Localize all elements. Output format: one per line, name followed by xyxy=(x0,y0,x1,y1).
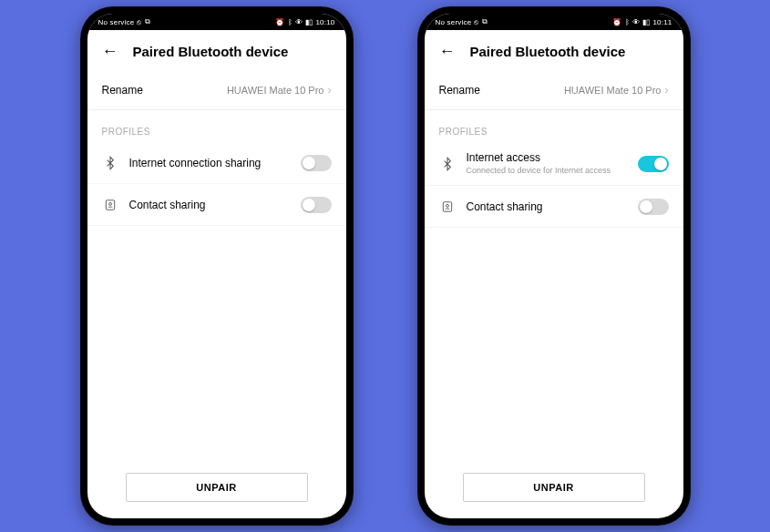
screen: No service ⎋ ⧉ ⏰ ᛒ 👁 ▮▯ 10:10 ← Paired B… xyxy=(87,14,346,518)
profile-title: Contact sharing xyxy=(467,200,627,213)
chevron-right-icon: › xyxy=(328,84,332,97)
status-alarm-icon: ⏰ xyxy=(275,18,284,26)
back-icon[interactable]: ← xyxy=(102,43,118,59)
status-eye-icon: 👁 xyxy=(295,18,303,26)
section-header: PROFILES xyxy=(87,110,346,142)
profile-row-internet-sharing[interactable]: Internet connection sharing xyxy=(87,142,346,184)
profile-title: Internet connection sharing xyxy=(129,157,290,169)
chevron-right-icon: › xyxy=(665,84,669,97)
profile-title: Internet access xyxy=(467,151,627,164)
toggle-contact-sharing[interactable] xyxy=(638,199,669,215)
profile-subtitle: Connected to device for Internet access xyxy=(467,166,612,176)
status-eye-icon: 👁 xyxy=(632,18,640,26)
content-spacer xyxy=(425,228,683,462)
svg-point-3 xyxy=(446,204,448,207)
status-bluetooth-icon: ᛒ xyxy=(625,18,630,26)
header: ← Paired Bluetooth device xyxy=(87,30,346,70)
toggle-contact-sharing[interactable] xyxy=(301,197,332,213)
content-spacer xyxy=(87,226,346,462)
status-battery-icon: ▮▯ xyxy=(642,18,650,26)
svg-point-1 xyxy=(108,202,111,205)
rename-value: HUAWEI Mate 10 Pro xyxy=(227,85,324,96)
phone-frame: No service ⎋ ⧉ ⏰ ᛒ 👁 ▮▯ 10:10 ← Paired B… xyxy=(80,6,354,526)
page-title: Paired Bluetooth device xyxy=(470,44,626,59)
status-bar: No service ⎋ ⧉ ⏰ ᛒ 👁 ▮▯ 10:11 xyxy=(425,14,683,30)
profile-row-internet-access[interactable]: Internet access Connected to device for … xyxy=(425,142,683,186)
status-service-text: No service xyxy=(436,18,472,26)
status-nfc-icon: ⎋ xyxy=(137,18,141,26)
screen: No service ⎋ ⧉ ⏰ ᛒ 👁 ▮▯ 10:11 ← Paired B… xyxy=(425,14,683,518)
toggle-internet-sharing[interactable] xyxy=(301,155,332,171)
rename-row[interactable]: Rename HUAWEI Mate 10 Pro › xyxy=(87,70,346,110)
contact-icon xyxy=(439,199,456,215)
status-alarm-icon: ⏰ xyxy=(612,18,621,26)
back-icon[interactable]: ← xyxy=(439,43,456,59)
footer: UNPAIR xyxy=(425,462,683,518)
status-time: 10:10 xyxy=(315,18,334,26)
rename-label: Rename xyxy=(102,84,143,97)
toggle-internet-access[interactable] xyxy=(638,156,669,172)
status-nfc-icon: ⎋ xyxy=(474,18,478,26)
profile-row-contact-sharing[interactable]: Contact sharing xyxy=(87,184,346,226)
status-misc-icon: ⧉ xyxy=(482,17,488,26)
status-time: 10:11 xyxy=(652,18,672,26)
phone-frame: No service ⎋ ⧉ ⏰ ᛒ 👁 ▮▯ 10:11 ← Paired B… xyxy=(417,6,691,526)
profile-title: Contact sharing xyxy=(129,199,290,211)
status-battery-icon: ▮▯ xyxy=(305,18,313,26)
bluetooth-share-icon xyxy=(102,155,118,171)
footer: UNPAIR xyxy=(87,462,346,518)
bluetooth-share-icon xyxy=(439,156,456,172)
unpair-button[interactable]: UNPAIR xyxy=(126,473,308,502)
unpair-button[interactable]: UNPAIR xyxy=(463,473,645,502)
contact-icon xyxy=(102,197,118,213)
status-misc-icon: ⧉ xyxy=(145,17,150,26)
profile-row-contact-sharing[interactable]: Contact sharing xyxy=(425,186,683,228)
rename-label: Rename xyxy=(439,84,480,97)
header: ← Paired Bluetooth device xyxy=(425,30,683,70)
status-bluetooth-icon: ᛒ xyxy=(288,18,293,26)
page-title: Paired Bluetooth device xyxy=(133,44,289,59)
status-service-text: No service xyxy=(98,18,135,26)
section-header: PROFILES xyxy=(425,110,683,142)
rename-value: HUAWEI Mate 10 Pro xyxy=(564,85,662,96)
rename-row[interactable]: Rename HUAWEI Mate 10 Pro › xyxy=(425,70,683,110)
status-bar: No service ⎋ ⧉ ⏰ ᛒ 👁 ▮▯ 10:10 xyxy=(87,14,346,30)
